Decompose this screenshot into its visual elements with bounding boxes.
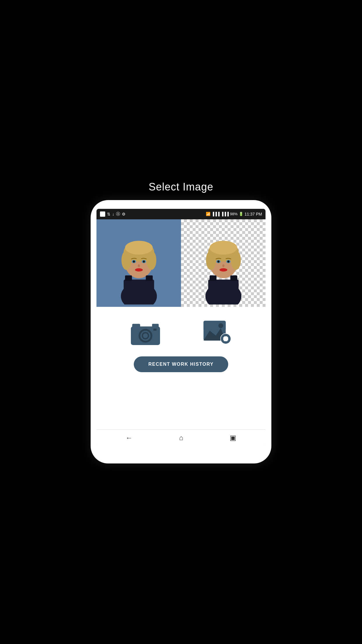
signal2-icon: ▐▐▐ [221, 212, 229, 216]
gallery-add-icon [202, 318, 234, 348]
battery-percentage: 98% [230, 212, 238, 216]
svg-rect-49 [223, 337, 228, 340]
android-icon: ⚙ [122, 212, 126, 216]
svg-point-29 [222, 264, 224, 267]
svg-rect-32 [210, 275, 217, 281]
recents-button[interactable]: ▣ [230, 434, 236, 442]
phone-frame: ⇅ ↓ Ⓐ ⚙ 📶 ▐▐▐ ▐▐▐ 98% 🔋 11:37 PM [91, 200, 271, 463]
original-person-svg [101, 221, 177, 304]
svg-point-27 [217, 260, 219, 263]
status-left-icons: ⇅ ↓ Ⓐ ⚙ [100, 211, 126, 217]
svg-rect-16 [146, 275, 153, 281]
status-bar: ⇅ ↓ Ⓐ ⚙ 📶 ▐▐▐ ▐▐▐ 98% 🔋 11:37 PM [96, 209, 266, 219]
usb-icon: ⇅ [107, 212, 110, 216]
svg-rect-15 [125, 275, 132, 281]
original-image-panel [96, 219, 181, 307]
recent-history-button[interactable]: RECENT WORK HISTORY [134, 356, 228, 372]
status-right-info: 📶 ▐▐▐ ▐▐▐ 98% 🔋 11:37 PM [206, 212, 262, 216]
svg-point-22 [206, 251, 216, 270]
status-square-icon [100, 211, 105, 217]
battery-icon: 🔋 [239, 212, 243, 216]
svg-rect-36 [152, 324, 159, 327]
svg-point-45 [218, 323, 223, 328]
wifi-icon: 📶 [206, 212, 210, 216]
phone-screen: ⇅ ↓ Ⓐ ⚙ 📶 ▐▐▐ ▐▐▐ 98% 🔋 11:37 PM [96, 209, 266, 446]
gallery-button[interactable] [202, 318, 234, 348]
svg-rect-35 [132, 324, 140, 328]
time-display: 11:37 PM [245, 212, 262, 216]
home-button[interactable]: ⌂ [179, 434, 183, 442]
signal1-icon: ▐▐▐ [212, 212, 220, 216]
navigation-bar: ← ⌂ ▣ [96, 429, 266, 446]
processed-person-svg [185, 221, 261, 304]
svg-rect-18 [208, 280, 239, 302]
svg-point-24 [210, 241, 237, 255]
svg-point-12 [138, 264, 140, 267]
accessibility-icon: Ⓐ [116, 211, 120, 217]
svg-point-5 [121, 251, 131, 270]
back-button[interactable]: ← [126, 434, 133, 442]
svg-point-28 [227, 260, 229, 263]
bottom-content-area: RECENT WORK HISTORY [96, 307, 266, 429]
svg-point-23 [231, 251, 241, 270]
processed-image-panel [181, 219, 266, 307]
svg-rect-33 [230, 275, 237, 281]
camera-button[interactable] [128, 318, 163, 348]
svg-point-11 [143, 260, 145, 263]
svg-point-10 [133, 260, 135, 263]
image-comparison-area [96, 219, 266, 307]
svg-rect-1 [124, 280, 154, 302]
svg-point-6 [146, 251, 156, 270]
svg-point-40 [143, 333, 147, 338]
camera-icon [128, 318, 163, 348]
svg-point-7 [125, 241, 153, 255]
action-icons-row [102, 318, 260, 348]
download-icon: ↓ [112, 212, 114, 216]
page-title: Select Image [149, 181, 213, 193]
svg-rect-41 [153, 328, 157, 330]
